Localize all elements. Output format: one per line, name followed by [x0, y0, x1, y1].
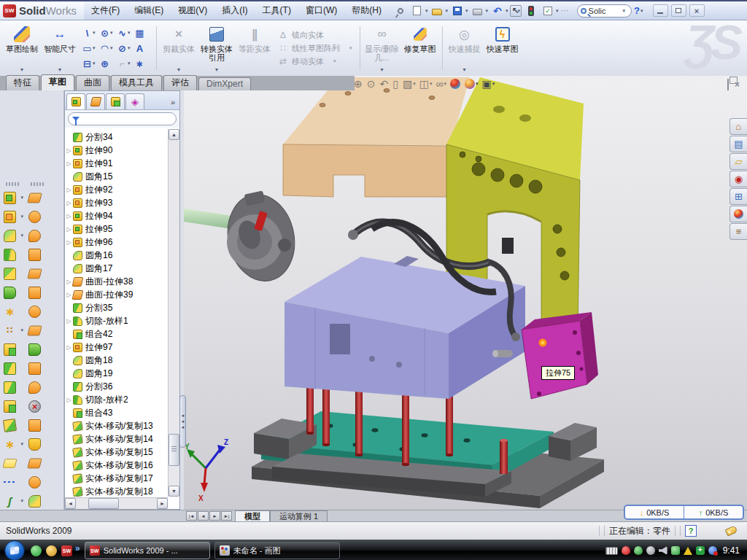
tree-item[interactable]: 拉伸92	[65, 183, 168, 196]
planar-surface-button[interactable]	[26, 321, 48, 340]
tool-dropdown[interactable]: ▾	[93, 45, 98, 51]
model-clamp-block-right[interactable]	[549, 423, 597, 461]
panel-splitter-handle[interactable]: ◄◄◄	[179, 395, 186, 448]
tree-item[interactable]: 组合43	[65, 406, 168, 419]
extruded-cut-button[interactable]	[1, 207, 23, 226]
tree-item[interactable]: 圆角18	[65, 354, 168, 367]
tree-item[interactable]: 圆角19	[65, 367, 168, 380]
expand-arrow-icon[interactable]	[65, 344, 73, 351]
tool-dropdown[interactable]: ▾	[128, 30, 133, 36]
tool-dropdown[interactable]: ▾	[93, 30, 98, 36]
expand-arrow-icon[interactable]	[65, 239, 73, 246]
scroll-down-button[interactable]: ▼	[169, 486, 179, 497]
heads-up-dropdown[interactable]: ▾	[413, 81, 416, 87]
tree-item[interactable]: 圆角17	[65, 262, 168, 275]
wrap-button[interactable]	[26, 472, 48, 491]
text-tool[interactable]: A	[134, 41, 150, 56]
tab-nav-button[interactable]: |◄	[186, 511, 197, 521]
scroll-thumb[interactable]	[169, 434, 179, 466]
tree-item[interactable]: 曲面-拉伸38	[65, 275, 168, 288]
command-tab[interactable]: 草图	[41, 74, 74, 90]
options-dropdown[interactable]: ▾	[556, 8, 559, 14]
help-button[interactable]: ?	[634, 5, 640, 16]
dimxpertmanager-tab[interactable]: ◈	[125, 93, 144, 109]
file-explorer-tab[interactable]: ▱	[729, 153, 747, 170]
shield-tray-icon[interactable]	[634, 546, 643, 555]
tree-item[interactable]: 拉伸95	[65, 222, 168, 236]
ellipse-tool[interactable]: ⊘ ▾	[117, 41, 133, 56]
rapid-sketch-button[interactable]: ϟ 快速草图	[484, 23, 522, 74]
boundary-surface-button[interactable]	[26, 264, 48, 283]
工具(T)[interactable]: 工具(T)	[255, 1, 298, 20]
replace-face-button[interactable]	[26, 416, 48, 435]
configurationmanager-tab[interactable]	[106, 93, 125, 109]
tree-item[interactable]: 分割34	[65, 131, 168, 144]
quick-launch-desktop-icon[interactable]	[46, 545, 57, 556]
revolved-surface-button[interactable]	[26, 207, 48, 226]
warning-tray-icon[interactable]	[684, 547, 692, 555]
quick-launch-chevron[interactable]: »	[75, 543, 80, 553]
extend-surface-button[interactable]	[26, 340, 48, 359]
command-tab[interactable]: 特征	[6, 75, 39, 90]
linear-sketch-pattern-button[interactable]: ∷线性草图阵列▾	[278, 43, 352, 54]
mirror-entities-button[interactable]: ∆镜向实体	[278, 30, 352, 41]
manager-chevron[interactable]: »	[171, 98, 178, 109]
tree-item[interactable]: 拉伸97	[65, 341, 168, 354]
undo-dropdown[interactable]: ▾	[506, 8, 508, 14]
command-tab[interactable]: 评估	[163, 75, 197, 90]
spline-tool[interactable]: ∿ ▾	[117, 26, 133, 41]
tree-item[interactable]: 切除-放样2	[65, 393, 168, 406]
expand-arrow-icon[interactable]	[65, 226, 73, 233]
join-button[interactable]	[1, 397, 23, 416]
编辑(E)[interactable]: 编辑(E)	[127, 1, 171, 20]
shell-button[interactable]	[26, 435, 48, 454]
revolved-boss-button[interactable]	[1, 264, 23, 283]
model-magenta-insert[interactable]	[522, 312, 598, 399]
line-tool[interactable]: \ ▾	[82, 26, 98, 41]
delete-face-button[interactable]	[26, 397, 48, 416]
trim-entities-button[interactable]: × 剪裁实体	[160, 23, 198, 74]
filter-field[interactable]	[68, 112, 177, 125]
tree-item[interactable]: 实体-移动/复制16	[65, 459, 168, 472]
revolved-cut-button[interactable]	[1, 283, 23, 302]
expand-arrow-icon[interactable]	[65, 187, 73, 193]
arc-tool[interactable]: ◠ ▾	[99, 41, 115, 56]
toolbar-grip[interactable]	[31, 182, 44, 186]
spline-button[interactable]	[1, 491, 23, 510]
tree-vertical-scrollbar[interactable]: ▲ ▼	[168, 129, 179, 497]
expand-arrow-icon[interactable]	[65, 160, 73, 167]
model-top-plate[interactable]	[283, 77, 470, 197]
close-button[interactable]: ×	[689, 4, 705, 17]
restore-button[interactable]	[671, 4, 686, 17]
reference-plane-button[interactable]	[1, 454, 23, 472]
model-guide-pin-short[interactable]	[500, 439, 508, 474]
move-copy-bodies-button[interactable]	[1, 416, 23, 435]
command-tab[interactable]: 曲面	[76, 75, 109, 90]
scroll-right-button[interactable]: ►	[157, 498, 168, 509]
graphics-viewport[interactable]: Y Z X ⊕ ⊙ ↶	[184, 76, 747, 510]
minimize-button[interactable]	[653, 4, 668, 17]
model-tab[interactable]: 运动算例 1	[270, 510, 328, 521]
save-dropdown[interactable]: ▾	[465, 8, 468, 14]
new-dropdown[interactable]: ▾	[425, 8, 428, 14]
search-dropdown[interactable]: ▾	[623, 8, 626, 14]
scroll-up-button[interactable]: ▲	[169, 129, 179, 140]
sketch-button[interactable]: 草图绘制	[3, 23, 41, 74]
elbow-button[interactable]	[26, 378, 48, 397]
custom-properties-tab[interactable]: ≡	[729, 223, 747, 240]
expand-arrow-icon[interactable]	[65, 147, 73, 154]
zoom-area-icon[interactable]: ⊙	[367, 78, 376, 90]
tab-nav-button[interactable]: ►|	[221, 511, 232, 521]
heads-up-dropdown[interactable]: ▾	[430, 81, 433, 87]
split-part-button[interactable]	[1, 378, 23, 397]
search-box[interactable]: ▾	[577, 4, 632, 18]
文件(F)[interactable]: 文件(F)	[84, 1, 127, 20]
tree-item[interactable]: 拉伸91	[65, 157, 168, 170]
scene-icon[interactable]: ▾	[465, 79, 479, 89]
section-view-icon[interactable]: ▯	[392, 78, 399, 90]
tree-item[interactable]: 实体-移动/复制18	[65, 485, 168, 497]
display-delete-relations-button[interactable]: ∞ 显示/删除几...	[363, 23, 401, 74]
extruded-boss-button[interactable]	[1, 188, 23, 207]
tree-item[interactable]: 圆角16	[65, 249, 168, 262]
zoom-fit-icon[interactable]: ⊕	[354, 78, 363, 90]
